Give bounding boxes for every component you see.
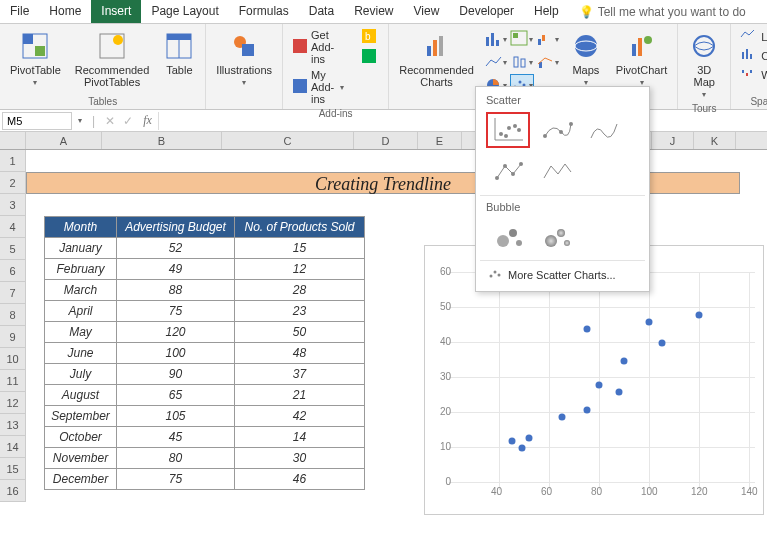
tab-page-layout[interactable]: Page Layout xyxy=(141,0,228,23)
3d-map-button[interactable]: 3D Map▾ xyxy=(684,28,724,101)
row-header-7[interactable]: 7 xyxy=(0,282,26,304)
table-button[interactable]: Table xyxy=(159,28,199,78)
table-row: March8828 xyxy=(45,280,365,301)
svg-rect-34 xyxy=(632,44,636,56)
row-header-9[interactable]: 9 xyxy=(0,326,26,348)
waterfall-chart-button[interactable]: ▾ xyxy=(536,28,560,50)
data-point[interactable] xyxy=(696,312,703,319)
name-box[interactable] xyxy=(2,112,72,130)
col-header-D[interactable]: D xyxy=(354,132,418,149)
cancel-icon[interactable]: ✕ xyxy=(101,114,119,128)
col-header-B[interactable]: B xyxy=(102,132,222,149)
svg-rect-14 xyxy=(362,49,376,63)
pivot-icon xyxy=(19,30,51,62)
group-tables: PivotTable▾ Recommended PivotTables Tabl… xyxy=(0,24,206,109)
data-point[interactable] xyxy=(646,319,653,326)
pivottable-button[interactable]: PivotTable▾ xyxy=(6,28,65,89)
data-point[interactable] xyxy=(658,340,665,347)
y-tick: 0 xyxy=(445,476,451,487)
row-header-14[interactable]: 14 xyxy=(0,436,26,458)
data-point[interactable] xyxy=(508,438,515,445)
scatter-option-smooth-markers[interactable] xyxy=(534,112,578,148)
data-point[interactable] xyxy=(583,406,590,413)
column-chart-button[interactable]: ▾ xyxy=(484,28,508,50)
statistic-chart-button[interactable]: ▾ xyxy=(510,51,534,73)
tab-view[interactable]: View xyxy=(404,0,450,23)
row-header-2[interactable]: 2 xyxy=(0,172,26,194)
data-point[interactable] xyxy=(616,389,623,396)
tab-help[interactable]: Help xyxy=(524,0,569,23)
bubble-option-3d[interactable] xyxy=(534,219,578,255)
lightbulb-icon: 💡 xyxy=(579,5,594,19)
col-header-K[interactable]: K xyxy=(694,132,736,149)
tab-review[interactable]: Review xyxy=(344,0,403,23)
svg-point-60 xyxy=(516,240,522,246)
formula-input[interactable] xyxy=(158,112,767,130)
data-point[interactable] xyxy=(596,382,603,389)
scatter-option-lines[interactable] xyxy=(534,154,578,190)
svg-point-57 xyxy=(519,162,523,166)
line-chart-button[interactable]: ▾ xyxy=(484,51,508,73)
scatter-option-markers[interactable] xyxy=(486,112,530,148)
row-header-12[interactable]: 12 xyxy=(0,392,26,414)
tab-insert[interactable]: Insert xyxy=(91,0,141,23)
combo-chart-button[interactable]: ▾ xyxy=(536,51,560,73)
row-header-4[interactable]: 4 xyxy=(0,216,26,238)
sparkline-line-icon xyxy=(741,29,757,45)
scatter-option-lines-markers[interactable] xyxy=(486,154,530,190)
col-header-A[interactable]: A xyxy=(26,132,102,149)
ribbon: PivotTable▾ Recommended PivotTables Tabl… xyxy=(0,24,767,110)
row-header-10[interactable]: 10 xyxy=(0,348,26,370)
y-tick: 50 xyxy=(440,301,451,312)
row-header-13[interactable]: 13 xyxy=(0,414,26,436)
row-header-16[interactable]: 16 xyxy=(0,480,26,502)
data-point[interactable] xyxy=(621,357,628,364)
maps-button[interactable]: Maps▾ xyxy=(566,28,606,89)
table-row: May12050 xyxy=(45,322,365,343)
row-header-8[interactable]: 8 xyxy=(0,304,26,326)
group-label-tables: Tables xyxy=(88,96,117,107)
sparkline-column-button[interactable]: Column xyxy=(737,47,767,65)
row-header-5[interactable]: 5 xyxy=(0,238,26,260)
select-all-corner[interactable] xyxy=(0,132,26,149)
data-point[interactable] xyxy=(558,413,565,420)
cells-area[interactable]: Creating Trendline MonthAdvertising Budg… xyxy=(26,150,767,502)
enter-icon[interactable]: ✓ xyxy=(119,114,137,128)
illustrations-button[interactable]: Illustrations▾ xyxy=(212,28,276,89)
tab-file[interactable]: File xyxy=(0,0,39,23)
hierarchy-chart-button[interactable]: ▾ xyxy=(510,28,534,50)
col-header-C[interactable]: C xyxy=(222,132,354,149)
people-graph-button[interactable] xyxy=(358,48,382,66)
recommended-pivot-button[interactable]: Recommended PivotTables xyxy=(71,28,154,90)
data-point[interactable] xyxy=(583,326,590,333)
tab-formulas[interactable]: Formulas xyxy=(229,0,299,23)
globe-icon xyxy=(688,30,720,62)
row-header-3[interactable]: 3 xyxy=(0,194,26,216)
tab-developer[interactable]: Developer xyxy=(449,0,524,23)
col-header-J[interactable]: J xyxy=(652,132,694,149)
more-scatter-charts-link[interactable]: More Scatter Charts... xyxy=(480,263,645,287)
row-header-1[interactable]: 1 xyxy=(0,150,26,172)
pivotchart-button[interactable]: PivotChart▾ xyxy=(612,28,671,89)
fx-icon[interactable]: fx xyxy=(137,113,158,128)
row-header-6[interactable]: 6 xyxy=(0,260,26,282)
svg-rect-11 xyxy=(293,79,307,93)
data-point[interactable] xyxy=(518,445,525,452)
get-addins-button[interactable]: Get Add-ins xyxy=(289,28,348,66)
row-header-15[interactable]: 15 xyxy=(0,458,26,480)
col-header-E[interactable]: E xyxy=(418,132,462,149)
sparkline-winloss-button[interactable]: Win/Loss xyxy=(737,66,767,84)
tell-me[interactable]: 💡Tell me what you want to do xyxy=(569,0,756,23)
svg-point-48 xyxy=(507,126,511,130)
recommended-charts-button[interactable]: Recommended Charts xyxy=(395,28,478,90)
sparkline-line-button[interactable]: Line xyxy=(737,28,767,46)
my-addins-button[interactable]: My Add-ins▾ xyxy=(289,68,348,106)
row-header-11[interactable]: 11 xyxy=(0,370,26,392)
data-point[interactable] xyxy=(526,434,533,441)
scatter-option-smooth[interactable] xyxy=(582,112,626,148)
tab-home[interactable]: Home xyxy=(39,0,91,23)
bing-maps-button[interactable]: b xyxy=(358,28,382,46)
tab-data[interactable]: Data xyxy=(299,0,344,23)
bubble-option-2d[interactable] xyxy=(486,219,530,255)
y-tick: 30 xyxy=(440,371,451,382)
